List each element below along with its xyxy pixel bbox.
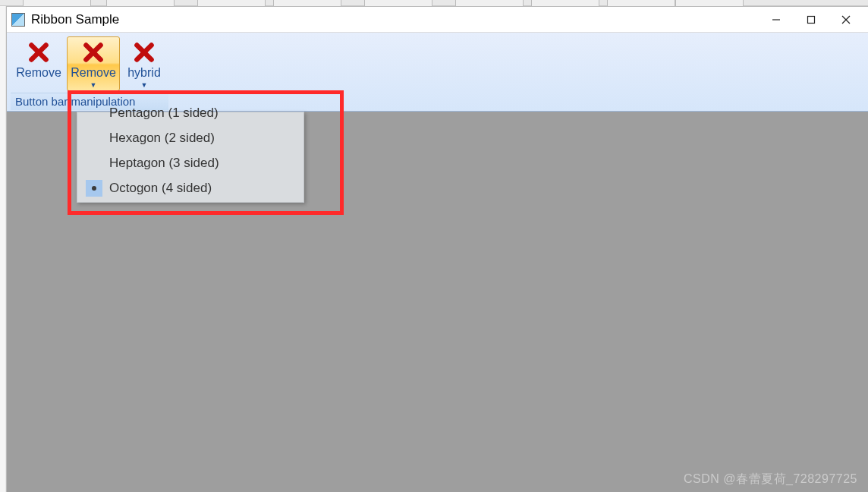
dropdown-item-heptagon[interactable]: Heptagon (3 sided): [79, 150, 302, 175]
minimize-button[interactable]: [759, 9, 794, 30]
app-window: Ribbon Sample Remove: [6, 6, 868, 492]
titlebar: Ribbon Sample: [7, 7, 868, 33]
x-mark-icon: [132, 40, 156, 65]
dropdown-item-label: Octogon (4 sided): [109, 181, 212, 196]
app-icon: [11, 13, 25, 27]
bullet-icon: [92, 186, 96, 191]
remove-button-1-label: Remove: [16, 66, 61, 80]
dropdown-item-label: Heptagon (3 sided): [109, 156, 219, 171]
background-tabs-strip: [0, 0, 868, 6]
dropdown-item-octogon[interactable]: Octogon (4 sided): [79, 175, 302, 200]
x-mark-icon: [81, 40, 105, 65]
dropdown-menu: Pentagon (1 sided) Hexagon (2 sided) Hep…: [77, 112, 304, 203]
watermark-text: CSDN @春蕾夏荷_728297725: [684, 472, 857, 487]
dropdown-item-pentagon[interactable]: Pentagon (1 sided): [79, 100, 302, 125]
svg-rect-1: [808, 16, 815, 23]
hybrid-dropdown-button[interactable]: hybrid ▼: [121, 36, 167, 91]
hybrid-dropdown-label: hybrid: [127, 66, 161, 80]
maximize-button[interactable]: [794, 9, 829, 30]
x-mark-icon: [27, 40, 51, 65]
client-area: Pentagon (1 sided) Hexagon (2 sided) Hep…: [7, 112, 868, 492]
window-title: Ribbon Sample: [31, 12, 759, 27]
remove-dropdown-label: Remove: [71, 66, 116, 80]
remove-button-1[interactable]: Remove: [12, 36, 65, 91]
dropdown-item-icon: [83, 180, 105, 197]
chevron-down-icon: ▼: [141, 81, 148, 89]
remove-dropdown-button[interactable]: Remove ▼: [67, 36, 120, 91]
dropdown-item-hexagon[interactable]: Hexagon (2 sided): [79, 125, 302, 150]
dropdown-item-label: Hexagon (2 sided): [109, 131, 215, 146]
ribbon-group-buttonbar: Remove Remove ▼ hybrid ▼ Butt: [10, 34, 169, 111]
dropdown-item-label: Pentagon (1 sided): [109, 106, 219, 121]
close-button[interactable]: [829, 9, 863, 30]
chevron-down-icon: ▼: [90, 81, 97, 89]
